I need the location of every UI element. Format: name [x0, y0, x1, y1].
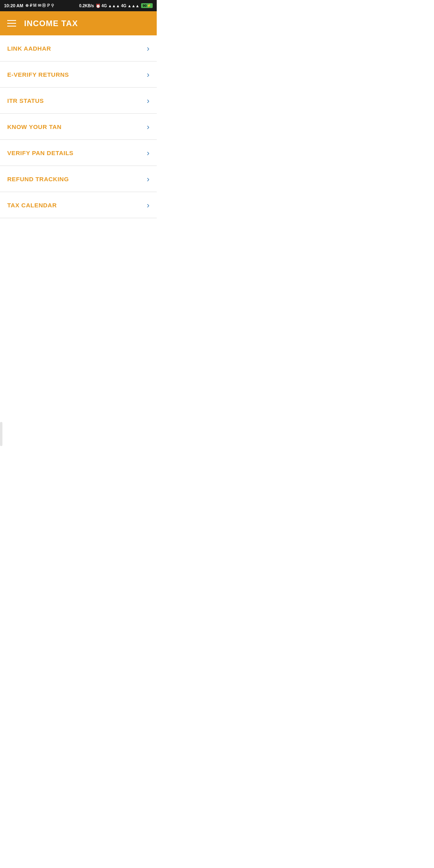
chevron-right-icon: › — [147, 123, 149, 131]
menu-item-label: KNOW YOUR TAN — [7, 123, 61, 130]
menu-item-itr-status[interactable]: ITR STATUS › — [0, 88, 157, 114]
empty-area — [0, 218, 157, 379]
status-left: 10:20 AM ⊕ ₽ M ✉ ⓐ ℙ ⚲ — [4, 3, 54, 8]
menu-item-label: VERIFY PAN DETAILS — [7, 149, 74, 156]
status-bar: 10:20 AM ⊕ ₽ M ✉ ⓐ ℙ ⚲ 0.2KB/s ⏰ 4G ▲▲▲ … — [0, 0, 157, 11]
page-title: INCOME TAX — [24, 19, 78, 28]
menu-item-link-aadhar[interactable]: LINK AADHAR › — [0, 35, 157, 61]
chevron-right-icon: › — [147, 44, 149, 52]
chevron-right-icon: › — [147, 96, 149, 104]
menu-item-label: E-VERIFY RETURNS — [7, 71, 69, 78]
app-icons: ⊕ ₽ M ✉ ⓐ ℙ ⚲ — [25, 3, 54, 8]
chevron-right-icon: › — [147, 149, 149, 157]
chevron-right-icon: › — [147, 70, 149, 78]
menu-item-label: REFUND TRACKING — [7, 176, 69, 182]
menu-item-tax-calendar[interactable]: TAX CALENDAR › — [0, 192, 157, 218]
menu-item-label: TAX CALENDAR — [7, 202, 57, 209]
battery-display: 90 ⚡ — [141, 3, 153, 8]
chevron-right-icon: › — [147, 175, 149, 183]
network-speed: 0.2KB/s — [79, 4, 94, 8]
menu-list: LINK AADHAR › E-VERIFY RETURNS › ITR STA… — [0, 35, 157, 218]
time-display: 10:20 AM — [4, 3, 23, 8]
menu-item-refund-tracking[interactable]: REFUND TRACKING › — [0, 166, 157, 192]
status-right: 0.2KB/s ⏰ 4G ▲▲▲ 4G ▲▲▲ 90 ⚡ — [79, 3, 153, 8]
signal-icons: ⏰ 4G ▲▲▲ 4G ▲▲▲ — [96, 4, 139, 8]
menu-item-label: ITR STATUS — [7, 97, 44, 104]
menu-item-verify-pan-details[interactable]: VERIFY PAN DETAILS › — [0, 140, 157, 166]
menu-item-label: LINK AADHAR — [7, 45, 51, 52]
hamburger-menu-button[interactable] — [7, 20, 16, 27]
chevron-right-icon: › — [147, 201, 149, 209]
app-header: INCOME TAX — [0, 11, 157, 35]
menu-item-e-verify-returns[interactable]: E-VERIFY RETURNS › — [0, 61, 157, 88]
menu-item-know-your-tan[interactable]: KNOW YOUR TAN › — [0, 114, 157, 140]
